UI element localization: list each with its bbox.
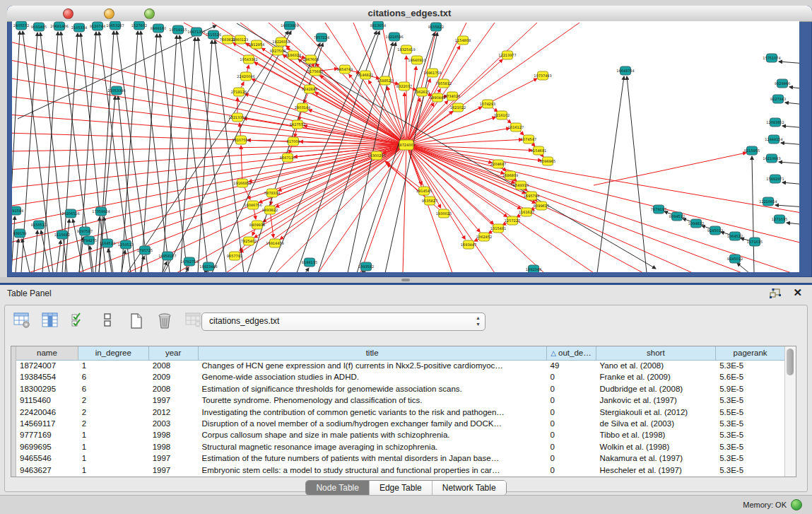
graph-node[interactable]: 817004 [286,137,300,146]
table-cell[interactable]: 0 [547,453,596,465]
graph-node[interactable]: 19166852 [233,179,251,187]
table-cell[interactable]: Hescheler et al. (1997) [596,465,716,477]
graph-node[interactable]: 1161627 [519,208,534,216]
table-cell[interactable]: 14569117 [16,419,78,430]
table-cell[interactable]: Investigating the contribution of common… [199,407,547,419]
graph-node[interactable]: 18640910 [408,56,425,64]
table-cell[interactable]: 2003 [149,419,199,430]
graph-node[interactable]: 9245012 [727,255,743,263]
graph-node[interactable]: 9154691 [531,146,546,155]
graph-node[interactable]: 1794275 [81,236,97,245]
graph-node[interactable]: 18325419 [397,45,415,54]
graph-node[interactable]: 1094822 [688,219,704,228]
graph-node[interactable]: 9242848 [302,85,317,93]
zoom-window-button[interactable] [144,8,155,19]
graph-node[interactable]: 1686809 [502,171,518,180]
graph-node[interactable]: 8912954 [249,40,264,49]
table-cell[interactable]: 1 [78,442,149,453]
graph-node[interactable]: 9297587 [77,227,93,235]
minimize-window-button[interactable] [104,8,114,19]
table-cell[interactable]: 18300295 [16,384,78,395]
graph-node[interactable]: 8094512 [669,212,685,221]
graph-node[interactable]: 1362615 [414,88,430,96]
table-cell[interactable]: 0 [547,430,596,441]
column-header-short[interactable]: short [596,346,717,361]
tab-network-table[interactable]: Network Table [433,481,506,495]
close-panel-icon[interactable]: ✕ [793,286,802,299]
new-column-button[interactable] [126,310,147,332]
table-cell[interactable]: Nakamura et al. (1997) [596,453,716,465]
graph-node[interactable]: 16958187 [158,252,176,260]
table-cell[interactable]: 2009 [149,372,199,383]
graph-node[interactable]: 1571035 [747,238,763,246]
table-cell[interactable]: Corpus callosum shape and size in male p… [199,430,547,441]
table-cell[interactable]: 5.3E-5 [716,419,785,430]
table-row[interactable]: 2242004622012Investigating the contribut… [16,407,785,419]
graph-node[interactable]: 939159 [13,229,26,238]
table-cell[interactable]: 1998 [149,430,199,441]
table-cell[interactable]: 5.3E-5 [716,453,785,465]
graph-node[interactable]: 1795725 [137,246,153,255]
graph-node[interactable]: 8454749 [337,65,353,74]
table-cell[interactable]: 5.5E-5 [716,407,785,419]
graph-node[interactable]: 1527602 [131,21,147,30]
table-cell[interactable]: 5.9E-5 [716,384,785,395]
graph-node[interactable]: 12213977 [498,51,516,59]
graph-node[interactable]: 8427552 [290,120,305,129]
graph-node[interactable]: 1093582 [358,262,374,271]
table-cell[interactable]: 1998 [149,442,199,453]
graph-node[interactable]: 18226058 [272,37,290,46]
graph-node[interactable]: 10543382 [240,55,257,64]
table-cell[interactable]: 0 [547,465,596,477]
graph-hub-node[interactable]: 18724007 [397,140,415,150]
graph-node[interactable]: 1616127 [508,123,524,132]
table-cell[interactable]: 2 [78,407,149,419]
column-header-title[interactable]: title [199,346,547,361]
graph-node[interactable]: 8150511 [31,221,47,229]
graph-node[interactable]: 1892344 [526,265,541,272]
table-cell[interactable]: 0 [547,407,596,419]
graph-node[interactable]: 8813054 [370,21,386,30]
graph-node[interactable]: 10653287 [106,21,124,30]
graph-node[interactable]: 9031405 [31,23,47,31]
graph-node[interactable]: 16914479 [266,239,283,247]
graph-node[interactable]: 16033809 [281,21,298,30]
graph-node[interactable]: 2867608 [303,55,319,64]
column-header-indegree[interactable]: in_degree [78,346,149,361]
table-cell[interactable]: 9699695 [16,442,78,453]
tab-node-table[interactable]: Node Table [306,481,370,495]
table-cell[interactable]: Dudbridge et al. (2008) [596,384,716,395]
graph-node[interactable]: 1930025 [436,209,452,218]
graph-node[interactable]: 8186328 [286,51,301,59]
table-cell[interactable]: 22420046 [16,407,78,419]
graph-node[interactable]: 7825402 [241,237,257,245]
table-cell[interactable]: 1 [78,361,149,372]
show-columns-button[interactable] [40,310,61,332]
table-cell[interactable]: 5.3E-5 [716,430,785,441]
graph-node[interactable]: 3175685 [307,67,323,76]
graph-node[interactable]: 1271035 [772,215,787,223]
graph-node[interactable]: 9493822 [262,206,278,214]
float-panel-icon[interactable] [770,288,781,298]
close-window-button[interactable] [63,8,73,19]
graph-node[interactable]: 1064522 [727,232,743,240]
graph-node[interactable]: 1315481 [490,224,506,233]
column-header-year[interactable]: year [149,346,199,361]
table-cell[interactable]: 19384554 [16,372,78,383]
graph-node[interactable]: 5878334 [264,189,280,197]
table-cell[interactable]: 0 [547,419,596,430]
graph-node[interactable]: 12210654 [759,197,777,206]
table-cell[interactable]: Genome-wide association studies in ADHD. [199,372,547,383]
scrollbar-thumb[interactable] [787,349,794,375]
vertical-scrollbar[interactable] [784,346,796,477]
graph-node[interactable]: 15692971 [766,175,784,183]
graph-node[interactable]: 1693447 [461,240,476,249]
graph-node[interactable]: 8409934 [249,221,265,229]
table-cell[interactable]: 2 [78,395,149,407]
table-cell[interactable]: 2012 [149,407,199,419]
graph-node[interactable]: 1588520 [377,76,393,85]
delete-column-button[interactable] [154,310,175,332]
graph-node[interactable]: 9535827 [422,197,437,205]
graph-node[interactable]: 8099615 [534,201,549,210]
graph-node[interactable]: 2718126 [231,88,247,96]
